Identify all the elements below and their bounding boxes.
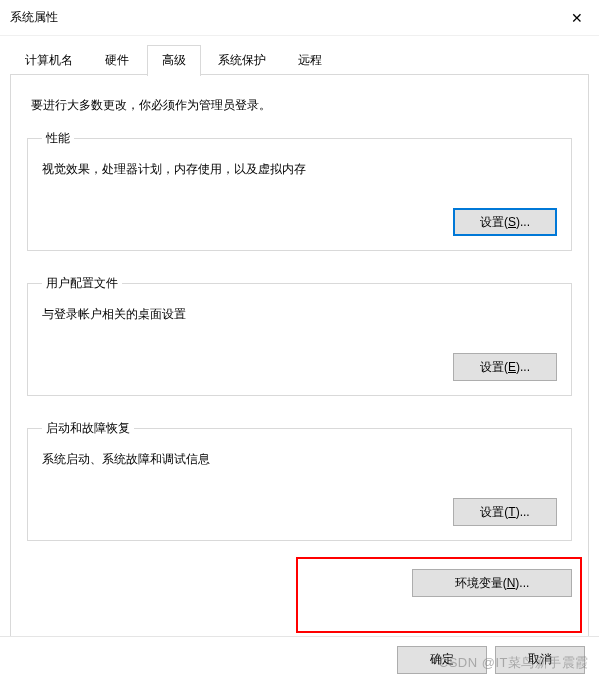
environment-variables-button[interactable]: 环境变量(N)... [412,569,572,597]
button-hotkey: T [508,505,515,519]
button-hotkey: S [508,215,516,229]
content-area: 计算机名 硬件 高级 系统保护 远程 要进行大多数更改，你必须作为管理员登录。 … [0,36,599,675]
title-bar: 系统属性 ✕ [0,0,599,36]
group-startup-recovery-legend: 启动和故障恢复 [42,420,134,437]
button-label-suffix: )... [516,505,530,519]
button-label-suffix: )... [516,360,530,374]
button-label-suffix: )... [516,215,530,229]
cancel-button[interactable]: 取消 [495,646,585,674]
tab-hardware[interactable]: 硬件 [90,45,144,75]
button-hotkey: N [507,576,516,590]
button-label-prefix: 设置( [480,359,508,376]
button-label-suffix: )... [515,576,529,590]
performance-settings-button[interactable]: 设置(S)... [453,208,557,236]
button-label-prefix: 环境变量( [455,575,507,592]
group-performance-desc: 视觉效果，处理器计划，内存使用，以及虚拟内存 [42,161,557,178]
tab-remote[interactable]: 远程 [283,45,337,75]
ok-button[interactable]: 确定 [397,646,487,674]
group-performance-legend: 性能 [42,130,74,147]
user-profiles-settings-button[interactable]: 设置(E)... [453,353,557,381]
group-startup-recovery: 启动和故障恢复 系统启动、系统故障和调试信息 设置(T)... [27,420,572,541]
tab-panel-advanced: 要进行大多数更改，你必须作为管理员登录。 性能 视觉效果，处理器计划，内存使用，… [10,75,589,667]
startup-recovery-settings-button[interactable]: 设置(T)... [453,498,557,526]
group-user-profiles-desc: 与登录帐户相关的桌面设置 [42,306,557,323]
close-button[interactable]: ✕ [555,0,599,35]
close-icon: ✕ [571,10,583,26]
dialog-footer: 确定 取消 [0,636,599,682]
group-user-profiles: 用户配置文件 与登录帐户相关的桌面设置 设置(E)... [27,275,572,396]
group-user-profiles-legend: 用户配置文件 [42,275,122,292]
group-performance: 性能 视觉效果，处理器计划，内存使用，以及虚拟内存 设置(S)... [27,130,572,251]
tabs-bar: 计算机名 硬件 高级 系统保护 远程 [10,44,589,75]
tab-computer-name[interactable]: 计算机名 [10,45,88,75]
tab-advanced[interactable]: 高级 [147,45,201,76]
button-label-prefix: 设置( [480,214,508,231]
intro-text: 要进行大多数更改，你必须作为管理员登录。 [31,97,572,114]
group-startup-recovery-desc: 系统启动、系统故障和调试信息 [42,451,557,468]
env-row: 环境变量(N)... [27,569,572,597]
button-label-prefix: 设置( [480,504,508,521]
button-hotkey: E [508,360,516,374]
tab-system-protection[interactable]: 系统保护 [203,45,281,75]
window-title: 系统属性 [10,9,555,26]
